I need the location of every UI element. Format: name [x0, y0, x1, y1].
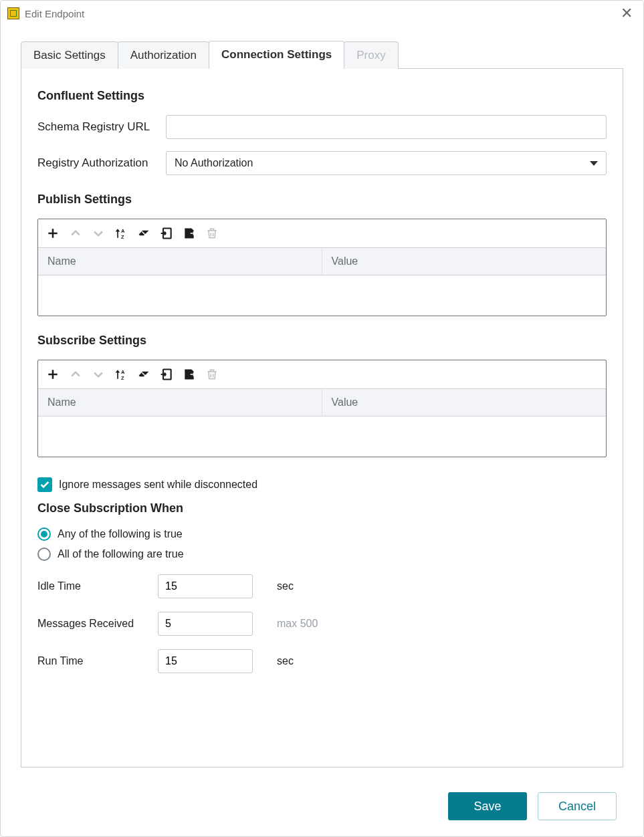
tab-proxy[interactable]: Proxy	[344, 41, 398, 69]
publish-col-value: Value	[322, 255, 607, 267]
dialog-footer: Save Cancel	[1, 780, 643, 836]
add-icon[interactable]	[45, 366, 61, 382]
titlebar: Edit Endpoint ✕	[1, 1, 643, 25]
sort-icon[interactable]: AZ	[113, 225, 129, 241]
publish-col-name: Name	[38, 248, 322, 275]
schema-registry-url-input[interactable]	[166, 115, 607, 139]
delete-icon	[204, 366, 220, 382]
chevron-down-icon	[590, 161, 598, 166]
import-icon[interactable]	[158, 366, 175, 382]
checkbox-checked-icon[interactable]	[37, 477, 52, 492]
registry-authorization-value: No Authorization	[175, 157, 253, 169]
radio-any-label: Any of the following is true	[58, 528, 183, 540]
subscribe-grid: AZ Name Val	[37, 360, 607, 457]
hint-messages-max: max 500	[277, 618, 318, 630]
export-icon[interactable]	[181, 366, 197, 382]
label-run-time: Run Time	[37, 655, 158, 667]
tab-strip: Basic Settings Authorization Connection …	[21, 41, 623, 69]
cancel-button[interactable]: Cancel	[538, 792, 617, 820]
ignore-disconnected-label: Ignore messages sent while disconnected	[59, 479, 257, 491]
subscribe-col-name: Name	[38, 389, 322, 416]
label-messages-received: Messages Received	[37, 618, 158, 630]
publish-grid-body[interactable]	[38, 275, 606, 316]
edit-endpoint-dialog: Edit Endpoint ✕ Basic Settings Authoriza…	[0, 0, 644, 837]
export-icon[interactable]	[181, 225, 197, 241]
svg-text:Z: Z	[121, 375, 124, 381]
close-icon[interactable]: ✕	[617, 5, 637, 22]
import-icon[interactable]	[158, 225, 175, 241]
delete-icon	[204, 225, 220, 241]
subscribe-grid-body[interactable]	[38, 416, 606, 457]
publish-grid: AZ Name Val	[37, 219, 607, 316]
publish-grid-header: Name Value	[38, 247, 606, 275]
label-schema-registry-url: Schema Registry URL	[37, 120, 166, 134]
svg-text:Z: Z	[121, 234, 124, 240]
section-title-confluent: Confluent Settings	[37, 89, 607, 103]
radio-any-true[interactable]: Any of the following is true	[37, 527, 607, 541]
label-registry-authorization: Registry Authorization	[37, 156, 166, 170]
messages-received-input[interactable]	[158, 612, 253, 636]
registry-authorization-select[interactable]: No Authorization	[166, 151, 607, 175]
subscribe-toolbar: AZ	[38, 360, 606, 388]
section-title-publish: Publish Settings	[37, 193, 607, 207]
unit-run-time: sec	[277, 655, 294, 667]
radio-unselected-icon	[37, 548, 51, 561]
window-title: Edit Endpoint	[25, 8, 84, 19]
clear-icon[interactable]	[136, 225, 152, 241]
run-time-input[interactable]	[158, 649, 253, 673]
radio-selected-icon	[37, 527, 51, 541]
move-up-icon	[68, 366, 84, 382]
tab-connection-settings[interactable]: Connection Settings	[209, 41, 344, 69]
radio-all-label: All of the following are true	[58, 548, 184, 560]
ignore-disconnected-row[interactable]: Ignore messages sent while disconnected	[37, 477, 607, 492]
tab-authorization[interactable]: Authorization	[118, 41, 209, 69]
section-title-close-subscription: Close Subscription When	[37, 501, 607, 515]
dialog-body: Basic Settings Authorization Connection …	[1, 25, 643, 780]
idle-time-input[interactable]	[158, 574, 253, 598]
subscribe-col-value: Value	[322, 396, 607, 408]
subscribe-grid-header: Name Value	[38, 388, 606, 416]
publish-toolbar: AZ	[38, 219, 606, 247]
tab-panel-connection: Confluent Settings Schema Registry URL R…	[21, 68, 623, 767]
sort-icon[interactable]: AZ	[113, 366, 129, 382]
tab-basic-settings[interactable]: Basic Settings	[21, 41, 118, 69]
radio-all-true[interactable]: All of the following are true	[37, 548, 607, 561]
move-up-icon	[68, 225, 84, 241]
section-title-subscribe: Subscribe Settings	[37, 334, 607, 348]
clear-icon[interactable]	[136, 366, 152, 382]
app-icon	[7, 7, 19, 19]
move-down-icon	[90, 225, 106, 241]
move-down-icon	[90, 366, 106, 382]
label-idle-time: Idle Time	[37, 580, 158, 592]
unit-idle-time: sec	[277, 580, 294, 592]
add-icon[interactable]	[45, 225, 61, 241]
save-button[interactable]: Save	[448, 792, 527, 820]
